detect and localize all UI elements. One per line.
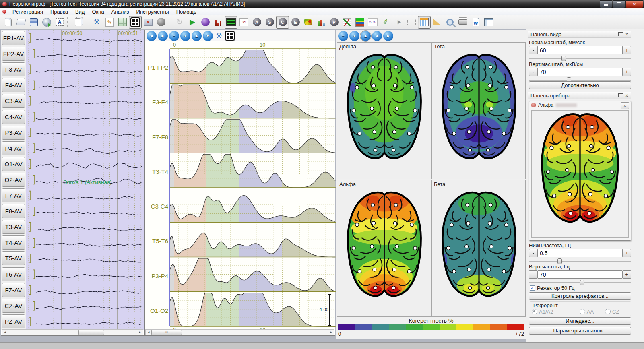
coherence-waves-button[interactable]: ∿∿ bbox=[366, 16, 379, 29]
scroll-right-icon[interactable]: ► bbox=[137, 330, 143, 335]
histogram-button[interactable] bbox=[212, 16, 225, 29]
low-freq-slider[interactable] bbox=[529, 258, 631, 264]
bar-chart-button[interactable] bbox=[315, 16, 328, 29]
eeg-plot-area[interactable]: 00:00:5000:00:51Эпоха 1 (Активная) bbox=[26, 30, 144, 330]
restore-button[interactable] bbox=[613, 0, 625, 8]
channel-button-C3-AV[interactable]: C3-AV bbox=[2, 94, 25, 108]
channel-button-PZ-AV[interactable]: PZ-AV bbox=[2, 314, 25, 328]
channel-button-C4-AV[interactable]: C4-AV bbox=[2, 110, 25, 124]
map-next-button[interactable]: ► bbox=[383, 31, 393, 41]
channel-button-T6-AV[interactable]: T6-AV bbox=[2, 267, 25, 281]
surface-3d-button[interactable] bbox=[302, 16, 315, 29]
menu-item-Инструменты[interactable]: Инструменты bbox=[133, 8, 173, 15]
high-freq-decrement-button[interactable]: - bbox=[529, 270, 538, 279]
vscale-value[interactable]: 70 bbox=[538, 68, 622, 76]
channel-button-F4-AV[interactable]: F4-AV bbox=[2, 78, 25, 92]
minimize-button[interactable]: ▬ bbox=[600, 0, 612, 8]
dock-pin-icon[interactable] bbox=[618, 93, 623, 97]
edit-protocol-button[interactable]: ✎ bbox=[103, 16, 116, 29]
reconnect-button[interactable]: ↻ bbox=[173, 16, 186, 29]
spectra-settings-icon[interactable]: ⚒ bbox=[216, 32, 222, 40]
close-panel-icon[interactable]: ✕ bbox=[625, 32, 629, 37]
eeg-hscrollbar[interactable]: ◄ ► bbox=[2, 329, 143, 335]
settings-tools-button[interactable]: ⚒ bbox=[90, 16, 103, 29]
low-freq-slider-thumb[interactable] bbox=[557, 258, 562, 264]
brain-map-button[interactable] bbox=[353, 16, 366, 29]
marker-pen-button[interactable]: ✐ bbox=[379, 16, 392, 29]
channel-button-F7-AV[interactable]: F7-AV bbox=[2, 188, 25, 202]
epoch-analysis-button[interactable]: E bbox=[289, 16, 302, 29]
channel-button-CZ-AV[interactable]: CZ-AV bbox=[2, 299, 25, 313]
cursor-button[interactable]: ➤ bbox=[392, 16, 405, 29]
word-report-button[interactable]: W bbox=[469, 16, 482, 29]
coherence-analysis-button[interactable]: C bbox=[276, 16, 289, 29]
amplitude-analysis-button[interactable]: A bbox=[250, 16, 263, 29]
more-options-button[interactable]: Дополнительно bbox=[529, 81, 631, 89]
channel-params-button[interactable]: Параметры каналов... bbox=[529, 327, 631, 335]
menu-item-Окна[interactable]: Окна bbox=[88, 8, 107, 15]
channel-button-FP2-AV[interactable]: FP2-AV bbox=[2, 47, 25, 61]
channel-button-T3-AV[interactable]: T3-AV bbox=[2, 220, 25, 234]
impedance-button[interactable]: Импеданс... bbox=[529, 317, 631, 325]
export-cd-button[interactable] bbox=[40, 16, 53, 29]
high-freq-value[interactable]: 70 bbox=[538, 270, 622, 279]
map-prev-button[interactable]: ◄ bbox=[372, 31, 382, 41]
hscale-slider-thumb[interactable] bbox=[561, 56, 566, 61]
channel-button-T4-AV[interactable]: T4-AV bbox=[2, 235, 25, 250]
channel-button-P3-AV[interactable]: P3-AV bbox=[2, 126, 25, 140]
hscale-increment-button[interactable]: + bbox=[622, 46, 631, 54]
scroll-left-icon[interactable]: ◄ bbox=[2, 330, 8, 335]
zoom-in-button[interactable]: + bbox=[180, 31, 190, 41]
spectra-plot-area[interactable]: FP1-FP2F3-F4F7-F8T3-T4C3-C4T5-T6P3-P4O1-… bbox=[145, 41, 335, 330]
hscale-decrement-button[interactable]: - bbox=[529, 46, 538, 54]
alpha-window-close-icon[interactable]: ✕ bbox=[621, 102, 629, 109]
vscale-decrement-button[interactable]: - bbox=[529, 68, 538, 76]
channels-panel-button[interactable] bbox=[482, 16, 495, 29]
channel-button-F8-AV[interactable]: F8-AV bbox=[2, 204, 25, 218]
scale-down-button[interactable]: ▼ bbox=[203, 31, 213, 41]
artifact-control-button[interactable]: Контроль артефактов... bbox=[529, 292, 631, 300]
channel-button-P4-AV[interactable]: P4-AV bbox=[2, 141, 25, 155]
low-freq-decrement-button[interactable]: - bbox=[529, 249, 538, 257]
menu-item-Регистрация[interactable]: Регистрация bbox=[9, 8, 47, 15]
p-analysis-button[interactable]: P bbox=[328, 16, 341, 29]
open-file-button[interactable] bbox=[14, 16, 27, 29]
eeg-view-button[interactable] bbox=[225, 16, 237, 29]
scroll-right-icon[interactable]: ► bbox=[328, 330, 334, 335]
spectrum-analysis-button[interactable]: S bbox=[263, 16, 276, 29]
low-freq-increment-button[interactable]: + bbox=[622, 249, 631, 257]
scroll-left-icon[interactable]: ◄ bbox=[146, 330, 151, 335]
menu-item-Анализ[interactable]: Анализ bbox=[108, 8, 133, 15]
high-freq-slider[interactable] bbox=[529, 280, 631, 285]
copy-pages-button[interactable] bbox=[72, 16, 85, 29]
vscale-increment-button[interactable]: + bbox=[622, 68, 631, 76]
low-freq-value[interactable]: 0.5 bbox=[538, 249, 622, 257]
spectra-grid-toggle-button[interactable] bbox=[225, 31, 235, 41]
montage-table-button[interactable] bbox=[116, 16, 129, 29]
referent-option-aa[interactable]: AA bbox=[568, 309, 605, 315]
zoom-button[interactable] bbox=[444, 16, 456, 29]
dock-pin-icon[interactable] bbox=[618, 32, 623, 36]
close-record-button[interactable]: ✕ bbox=[142, 16, 155, 29]
channel-button-F3-AV[interactable]: F3-AV bbox=[2, 62, 25, 76]
channel-button-FP1-AV[interactable]: FP1-AV bbox=[2, 31, 25, 45]
menu-item-Правка[interactable]: Правка bbox=[47, 8, 72, 15]
menu-item-Вид[interactable]: Вид bbox=[72, 8, 89, 15]
grid-view-button[interactable] bbox=[129, 16, 142, 29]
video-button[interactable] bbox=[199, 16, 212, 29]
prev-page-button[interactable]: ◄ bbox=[147, 31, 157, 41]
channel-button-O1-AV[interactable]: O1-AV bbox=[2, 157, 25, 171]
channel-button-FZ-AV[interactable]: FZ-AV bbox=[2, 283, 25, 297]
scale-up-button[interactable]: ▲ bbox=[192, 31, 202, 41]
stop-button[interactable] bbox=[155, 16, 167, 29]
lasso-select-button[interactable] bbox=[405, 16, 418, 29]
hscale-slider[interactable] bbox=[529, 56, 631, 61]
referent-option-cz[interactable]: CZ bbox=[605, 309, 629, 315]
new-document-button[interactable] bbox=[2, 16, 14, 29]
zoom-out-button[interactable]: − bbox=[169, 31, 179, 41]
channel-button-O2-AV[interactable]: O2-AV bbox=[2, 173, 25, 187]
map-scale-up-button[interactable]: ▲ bbox=[361, 31, 371, 41]
high-freq-slider-thumb[interactable] bbox=[580, 280, 584, 285]
curves-button[interactable]: ≈ bbox=[237, 16, 250, 29]
high-freq-increment-button[interactable]: + bbox=[622, 270, 631, 279]
